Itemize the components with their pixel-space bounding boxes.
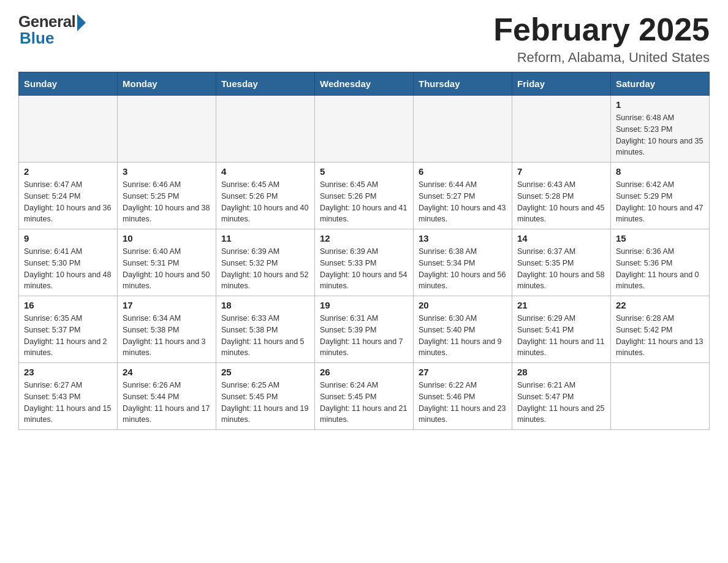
calendar-header-row: SundayMondayTuesdayWednesdayThursdayFrid…	[19, 72, 710, 96]
calendar-day-cell: 1Sunrise: 6:48 AM Sunset: 5:23 PM Daylig…	[611, 96, 710, 163]
day-number: 21	[517, 300, 605, 310]
day-info: Sunrise: 6:40 AM Sunset: 5:31 PM Dayligh…	[123, 246, 211, 292]
calendar-day-cell	[19, 96, 118, 163]
calendar-table: SundayMondayTuesdayWednesdayThursdayFrid…	[18, 72, 710, 430]
day-number: 17	[123, 300, 211, 310]
day-number: 2	[24, 166, 112, 177]
calendar-day-header: Wednesday	[315, 72, 414, 96]
calendar-day-cell	[216, 96, 315, 163]
day-info: Sunrise: 6:37 AM Sunset: 5:35 PM Dayligh…	[517, 246, 605, 292]
page-header: General Blue February 2025 Reform, Alaba…	[18, 12, 710, 66]
day-number: 13	[419, 233, 507, 243]
calendar-day-header: Tuesday	[216, 72, 315, 96]
calendar-day-cell: 19Sunrise: 6:31 AM Sunset: 5:39 PM Dayli…	[315, 296, 414, 363]
day-info: Sunrise: 6:26 AM Sunset: 5:44 PM Dayligh…	[123, 380, 211, 426]
calendar-header: SundayMondayTuesdayWednesdayThursdayFrid…	[19, 72, 710, 96]
calendar-day-header: Thursday	[414, 72, 512, 96]
calendar-day-cell: 28Sunrise: 6:21 AM Sunset: 5:47 PM Dayli…	[512, 363, 611, 430]
day-info: Sunrise: 6:34 AM Sunset: 5:38 PM Dayligh…	[123, 313, 211, 359]
day-info: Sunrise: 6:31 AM Sunset: 5:39 PM Dayligh…	[320, 313, 408, 359]
calendar-day-cell: 22Sunrise: 6:28 AM Sunset: 5:42 PM Dayli…	[611, 296, 710, 363]
calendar-day-cell: 16Sunrise: 6:35 AM Sunset: 5:37 PM Dayli…	[19, 296, 118, 363]
calendar-day-cell: 27Sunrise: 6:22 AM Sunset: 5:46 PM Dayli…	[414, 363, 512, 430]
calendar-day-cell: 3Sunrise: 6:46 AM Sunset: 5:25 PM Daylig…	[118, 163, 216, 229]
logo-blue-text: Blue	[20, 29, 54, 48]
calendar-day-cell: 5Sunrise: 6:45 AM Sunset: 5:26 PM Daylig…	[315, 163, 414, 229]
calendar-day-cell: 25Sunrise: 6:25 AM Sunset: 5:45 PM Dayli…	[216, 363, 315, 430]
calendar-week-row: 1Sunrise: 6:48 AM Sunset: 5:23 PM Daylig…	[19, 96, 710, 163]
calendar-day-cell: 26Sunrise: 6:24 AM Sunset: 5:45 PM Dayli…	[315, 363, 414, 430]
day-number: 6	[419, 166, 507, 177]
calendar-day-header: Saturday	[611, 72, 710, 96]
calendar-day-cell: 4Sunrise: 6:45 AM Sunset: 5:26 PM Daylig…	[216, 163, 315, 229]
day-info: Sunrise: 6:42 AM Sunset: 5:29 PM Dayligh…	[616, 179, 704, 225]
calendar-day-cell: 9Sunrise: 6:41 AM Sunset: 5:30 PM Daylig…	[19, 229, 118, 296]
main-title: February 2025	[493, 12, 710, 47]
calendar-day-cell	[512, 96, 611, 163]
logo-triangle-icon	[77, 14, 86, 31]
day-info: Sunrise: 6:45 AM Sunset: 5:26 PM Dayligh…	[221, 179, 309, 225]
day-number: 25	[221, 367, 309, 377]
day-info: Sunrise: 6:39 AM Sunset: 5:33 PM Dayligh…	[320, 246, 408, 292]
day-number: 18	[221, 300, 309, 310]
day-number: 3	[123, 166, 211, 177]
day-number: 14	[517, 233, 605, 243]
calendar-day-header: Sunday	[19, 72, 118, 96]
day-number: 7	[517, 166, 605, 177]
day-info: Sunrise: 6:46 AM Sunset: 5:25 PM Dayligh…	[123, 179, 211, 225]
calendar-day-cell: 10Sunrise: 6:40 AM Sunset: 5:31 PM Dayli…	[118, 229, 216, 296]
day-number: 16	[24, 300, 112, 310]
calendar-week-row: 23Sunrise: 6:27 AM Sunset: 5:43 PM Dayli…	[19, 363, 710, 430]
calendar-day-cell: 6Sunrise: 6:44 AM Sunset: 5:27 PM Daylig…	[414, 163, 512, 229]
day-number: 9	[24, 233, 112, 243]
day-number: 24	[123, 367, 211, 377]
day-number: 4	[221, 166, 309, 177]
day-number: 27	[419, 367, 507, 377]
day-info: Sunrise: 6:39 AM Sunset: 5:32 PM Dayligh…	[221, 246, 309, 292]
calendar-week-row: 2Sunrise: 6:47 AM Sunset: 5:24 PM Daylig…	[19, 163, 710, 229]
calendar-day-cell: 17Sunrise: 6:34 AM Sunset: 5:38 PM Dayli…	[118, 296, 216, 363]
day-number: 1	[616, 99, 704, 110]
day-number: 23	[24, 367, 112, 377]
day-info: Sunrise: 6:48 AM Sunset: 5:23 PM Dayligh…	[616, 112, 704, 158]
calendar-day-cell: 21Sunrise: 6:29 AM Sunset: 5:41 PM Dayli…	[512, 296, 611, 363]
day-info: Sunrise: 6:43 AM Sunset: 5:28 PM Dayligh…	[517, 179, 605, 225]
logo: General Blue	[18, 12, 86, 48]
calendar-day-cell	[118, 96, 216, 163]
calendar-day-header: Friday	[512, 72, 611, 96]
calendar-body: 1Sunrise: 6:48 AM Sunset: 5:23 PM Daylig…	[19, 96, 710, 430]
day-info: Sunrise: 6:33 AM Sunset: 5:38 PM Dayligh…	[221, 313, 309, 359]
calendar-day-header: Monday	[118, 72, 216, 96]
calendar-day-cell: 7Sunrise: 6:43 AM Sunset: 5:28 PM Daylig…	[512, 163, 611, 229]
calendar-day-cell: 23Sunrise: 6:27 AM Sunset: 5:43 PM Dayli…	[19, 363, 118, 430]
calendar-day-cell: 13Sunrise: 6:38 AM Sunset: 5:34 PM Dayli…	[414, 229, 512, 296]
calendar-day-cell: 24Sunrise: 6:26 AM Sunset: 5:44 PM Dayli…	[118, 363, 216, 430]
calendar-week-row: 9Sunrise: 6:41 AM Sunset: 5:30 PM Daylig…	[19, 229, 710, 296]
day-number: 15	[616, 233, 704, 243]
calendar-day-cell: 12Sunrise: 6:39 AM Sunset: 5:33 PM Dayli…	[315, 229, 414, 296]
day-info: Sunrise: 6:30 AM Sunset: 5:40 PM Dayligh…	[419, 313, 507, 359]
calendar-day-cell: 20Sunrise: 6:30 AM Sunset: 5:40 PM Dayli…	[414, 296, 512, 363]
day-info: Sunrise: 6:24 AM Sunset: 5:45 PM Dayligh…	[320, 380, 408, 426]
day-number: 22	[616, 300, 704, 310]
day-number: 28	[517, 367, 605, 377]
day-number: 19	[320, 300, 408, 310]
calendar-day-cell	[611, 363, 710, 430]
day-info: Sunrise: 6:29 AM Sunset: 5:41 PM Dayligh…	[517, 313, 605, 359]
calendar-day-cell: 15Sunrise: 6:36 AM Sunset: 5:36 PM Dayli…	[611, 229, 710, 296]
day-number: 11	[221, 233, 309, 243]
day-number: 26	[320, 367, 408, 377]
calendar-day-cell: 14Sunrise: 6:37 AM Sunset: 5:35 PM Dayli…	[512, 229, 611, 296]
calendar-day-cell	[414, 96, 512, 163]
day-info: Sunrise: 6:35 AM Sunset: 5:37 PM Dayligh…	[24, 313, 112, 359]
day-info: Sunrise: 6:44 AM Sunset: 5:27 PM Dayligh…	[419, 179, 507, 225]
day-info: Sunrise: 6:47 AM Sunset: 5:24 PM Dayligh…	[24, 179, 112, 225]
day-number: 5	[320, 166, 408, 177]
day-info: Sunrise: 6:22 AM Sunset: 5:46 PM Dayligh…	[419, 380, 507, 426]
day-info: Sunrise: 6:25 AM Sunset: 5:45 PM Dayligh…	[221, 380, 309, 426]
calendar-week-row: 16Sunrise: 6:35 AM Sunset: 5:37 PM Dayli…	[19, 296, 710, 363]
calendar-day-cell: 11Sunrise: 6:39 AM Sunset: 5:32 PM Dayli…	[216, 229, 315, 296]
day-number: 12	[320, 233, 408, 243]
calendar-day-cell: 18Sunrise: 6:33 AM Sunset: 5:38 PM Dayli…	[216, 296, 315, 363]
day-info: Sunrise: 6:45 AM Sunset: 5:26 PM Dayligh…	[320, 179, 408, 225]
